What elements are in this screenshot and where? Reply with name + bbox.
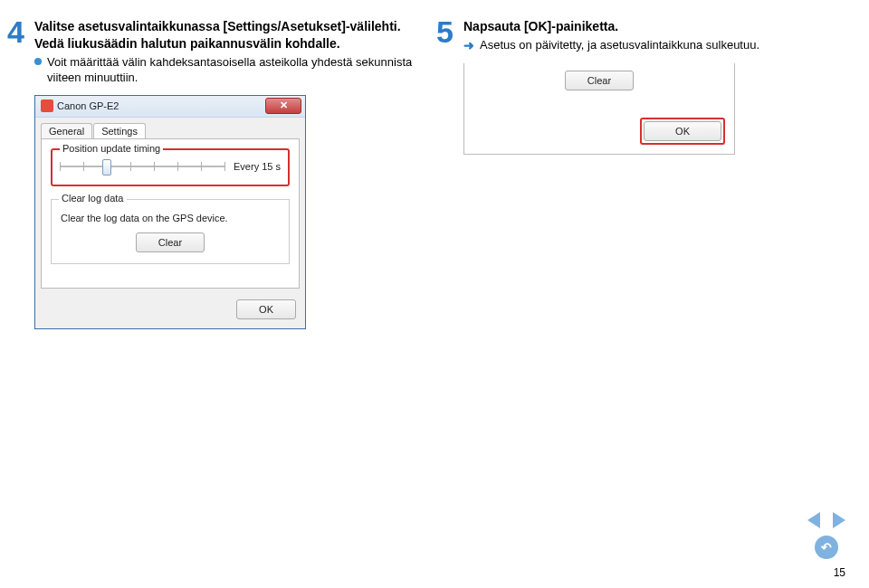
slider-track [60,166,224,167]
return-button[interactable]: ↶ [815,536,838,559]
clear-button-2[interactable]: Clear [565,71,634,90]
step-4-heading: Valitse asetusvalintaikkunassa [Settings… [34,18,415,52]
step-5-column: 5 Napsauta [OK]-painiketta. ➜ Asetus on … [436,18,844,329]
clear-log-group: Clear log data Clear the log data on the… [51,199,290,264]
step-4-column: 4 Valitse asetusvalintaikkunassa [Settin… [7,18,415,329]
dialog-ok-row: OK [35,294,305,328]
clear-btn-row: Clear [59,232,282,252]
ok-button[interactable]: OK [236,299,296,319]
page-content: 4 Valitse asetusvalintaikkunassa [Settin… [0,0,869,329]
triangle-left-icon [807,512,820,528]
step-5-heading: Napsauta [OK]-painiketta. [463,18,844,35]
step-4-bullet-text: Voit määrittää välin kahdeksantasoisella… [47,54,415,86]
bullet-icon [34,58,42,65]
step-4-number: 4 [7,18,27,329]
slider-value-label: Every 15 s [234,161,281,172]
clear-log-desc: Clear the log data on the GPS device. [61,213,282,223]
step-5-body: Napsauta [OK]-painiketta. ➜ Asetus on pä… [463,18,844,155]
ok-dialog-crop: Clear OK [463,63,735,155]
step-5-result: ➜ Asetus on päivitetty, ja asetusvalinta… [463,37,844,54]
dialog-titlebar: Canon GP-E2 ✕ [35,96,305,118]
nav-arrows [804,510,849,530]
step-4-body: Valitse asetusvalintaikkunassa [Settings… [34,18,415,329]
ok-button-2[interactable]: OK [644,121,721,141]
position-update-legend: Position update timing [60,143,163,154]
triangle-right-icon [833,512,845,528]
arrow-right-icon: ➜ [463,37,474,54]
clear-log-legend: Clear log data [59,193,127,204]
position-update-group: Position update timing [51,148,290,186]
prev-page-button[interactable] [804,510,824,530]
footer-nav: ↶ [804,510,849,559]
tab-general[interactable]: General [41,123,92,138]
close-button[interactable]: ✕ [265,98,301,114]
step-4: 4 Valitse asetusvalintaikkunassa [Settin… [7,18,415,329]
tab-settings[interactable]: Settings [93,123,146,138]
step-4-bullet: Voit määrittää välin kahdeksantasoisella… [34,54,415,86]
ok-highlight: OK [640,118,725,145]
slider-row: Every 15 s [60,157,281,175]
step-5-number: 5 [436,18,456,155]
tab-panel-settings: Position update timing [41,138,300,289]
step-5-result-text: Asetus on päivitetty, ja asetusvalintaik… [480,37,759,54]
return-icon: ↶ [821,540,832,555]
next-page-button[interactable] [829,510,849,530]
page-number: 15 [834,566,845,579]
settings-dialog: Canon GP-E2 ✕ General Settings Position … [34,95,306,329]
step-5: 5 Napsauta [OK]-painiketta. ➜ Asetus on … [436,18,844,155]
app-logo-icon [41,100,53,112]
clear-button[interactable]: Clear [136,232,205,252]
slider-thumb[interactable] [102,159,111,175]
tab-bar: General Settings [35,118,305,138]
interval-slider[interactable] [60,157,224,175]
dialog-title: Canon GP-E2 [57,100,119,111]
